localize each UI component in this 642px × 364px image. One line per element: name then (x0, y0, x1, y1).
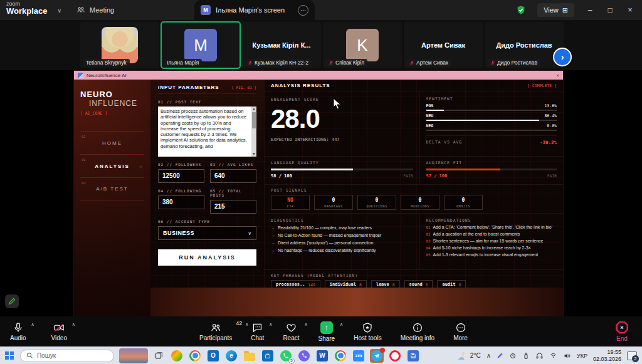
total-posts-field[interactable]: 215 (210, 200, 256, 214)
notification-center-button[interactable]: 2 (627, 351, 637, 360)
mic-off-icon (409, 60, 414, 66)
opera-app-icon[interactable] (388, 349, 402, 363)
chrome-app-icon[interactable] (188, 349, 202, 363)
followers-field[interactable]: 12500 (158, 169, 204, 183)
widgets-button[interactable] (119, 348, 148, 363)
status-badge: [ COMPLETE ] (527, 83, 557, 88)
share-chevron[interactable]: ∧ (340, 322, 343, 327)
wifi-icon[interactable] (549, 352, 557, 359)
clock[interactable]: 19:55 02.03.2026 (593, 349, 621, 363)
video-options-chevron[interactable]: ∧ (72, 322, 75, 327)
tray-expand-chevron[interactable]: ∧ (487, 352, 491, 359)
results-panel-title: ANALYSIS RESULTS (271, 83, 330, 88)
heart-icon (285, 322, 297, 333)
minimize-button[interactable]: – (586, 6, 594, 14)
telegram-app-icon[interactable] (370, 349, 384, 363)
save-app-icon[interactable] (406, 349, 420, 363)
chrome-2-app-icon[interactable] (334, 349, 347, 363)
app-titlebar[interactable]: NeuroInfluence AI × (74, 71, 563, 80)
chat-button[interactable]: Chat ∧ (251, 316, 264, 346)
figure-tag: [ FIG. 01 ] (231, 85, 256, 90)
following-field[interactable]: 380 (158, 195, 204, 209)
video-button[interactable]: Video ∧ (51, 316, 67, 346)
language-indicator[interactable]: УКР (577, 353, 587, 359)
avg-likes-field[interactable]: 640 (210, 169, 256, 183)
diagnostics-header: DIAGNOSTICS (271, 218, 413, 222)
post-text-input[interactable]: Business process automation based on art… (158, 107, 256, 157)
close-button[interactable]: × (626, 6, 634, 14)
task-view-icon[interactable] (154, 351, 164, 360)
participant-label: Кузьмак Кіріл КН-22-2 (255, 60, 308, 66)
following-label: 04 // FOLLOWING (158, 189, 204, 193)
react-button[interactable]: React ∧ (283, 316, 299, 346)
end-button[interactable]: × End (616, 316, 628, 346)
pen-tray-icon[interactable] (497, 352, 503, 359)
file-explorer-app-icon[interactable] (243, 349, 256, 363)
participant-label: Співак Кіріл (335, 60, 364, 66)
zoom-brand[interactable]: zoom Workplace ∨ (6, 1, 61, 16)
tab-meeting-label: Meeting (90, 6, 114, 14)
more-icon (455, 322, 466, 333)
audio-options-chevron[interactable]: ∧ (31, 322, 34, 327)
nav-item-analysis[interactable]: 02 ANALYSIS → (80, 154, 144, 177)
participant-tile-ilyana[interactable]: M Ільяна Марія (161, 22, 240, 68)
chat-chevron[interactable]: ∧ (269, 322, 272, 327)
account-type-select[interactable]: BUSINESS ∨ (158, 226, 256, 240)
participant-tile-dydo[interactable]: Дидо Ростислав Дидо Ростислав (485, 22, 564, 68)
participant-tile-kuzmak[interactable]: Кузьмак Кіріл К... Кузьмак Кіріл КН-22-2 (242, 22, 321, 68)
zoom-titlebar: zoom Workplace ∨ Meeting M Ільяна Марія'… (0, 0, 642, 20)
nav-label: A/B TEST (80, 186, 144, 192)
participant-tile-spivak[interactable]: K Співак Кіріл (323, 22, 402, 68)
whatsapp-app-icon[interactable]: 5 (279, 349, 293, 363)
react-chevron[interactable]: ∧ (304, 322, 307, 327)
zoom-app-icon[interactable]: zm (352, 349, 366, 363)
start-button[interactable] (0, 351, 19, 360)
audio-button[interactable]: Audio ∧ (10, 316, 26, 346)
share-button[interactable]: ↑ Share ∧ (318, 316, 335, 346)
next-participants-button[interactable]: › (553, 48, 572, 66)
store-app-icon[interactable] (261, 349, 275, 363)
run-analysis-button[interactable]: RUN ANALYSIS (158, 249, 256, 266)
recommendation-item: 03Shorten sentences — aim for max 15 wor… (426, 239, 557, 243)
word-app-icon[interactable]: W (315, 349, 329, 363)
tab-meeting[interactable]: Meeting (76, 0, 114, 20)
textarea-scrollbar[interactable] (251, 107, 256, 157)
more-button[interactable]: More (453, 316, 468, 346)
viber-app-icon[interactable] (297, 349, 311, 363)
language-quality-bar (271, 169, 413, 170)
mic-icon (13, 322, 24, 333)
participant-tile-tetiana[interactable]: Tetiana Skrypnyk (80, 22, 159, 68)
security-shield-icon[interactable] (516, 5, 526, 15)
telegram-badge (380, 348, 385, 353)
nav-item-ab-test[interactable]: 03 A/B TEST (80, 177, 144, 200)
tab-shared-screen-label: Ільяна Марія's screen (216, 6, 293, 14)
sentiment-neu-bar (426, 120, 557, 121)
tab-shared-screen[interactable]: M Ільяна Марія's screen ⋯ (194, 0, 315, 20)
clock-tray-icon[interactable] (509, 352, 517, 360)
maximize-button[interactable]: □ (606, 6, 614, 14)
taskbar-search[interactable]: Пошук (20, 350, 114, 362)
app-close-icon[interactable]: × (556, 73, 559, 78)
key-phrases-header: KEY PHRASES (MODEL ATTENTION) (271, 273, 557, 278)
chevron-down-icon[interactable]: ∨ (58, 8, 62, 14)
annotate-button[interactable] (5, 294, 19, 308)
headset-tray-icon[interactable] (535, 352, 544, 360)
host-tools-label: Host tools (354, 335, 381, 341)
outlook-app-icon[interactable]: O (206, 349, 220, 363)
volume-icon[interactable] (563, 352, 571, 360)
tab-options-icon[interactable]: ⋯ (298, 5, 308, 16)
view-button[interactable]: View ⊞ (537, 3, 574, 17)
participant-tile-artem[interactable]: Артем Сивак Артем Сивак (404, 22, 483, 68)
participant-label: Артем Сивак (416, 60, 448, 66)
video-label: Video (51, 335, 67, 341)
weather-widget[interactable]: ☾☁ 2°C (458, 351, 481, 360)
participants-button[interactable]: Participants 42 ∧ (199, 316, 232, 346)
participants-chevron[interactable]: ∧ (245, 322, 248, 327)
nav-item-home[interactable]: 01 HOME (80, 131, 144, 154)
usb-tray-icon[interactable] (522, 352, 530, 360)
copilot-app-icon[interactable] (170, 349, 184, 363)
host-tools-button[interactable]: Host tools (354, 316, 381, 346)
app-title: NeuroInfluence AI (87, 73, 553, 78)
edge-app-icon[interactable]: e (224, 349, 238, 363)
meeting-info-button[interactable]: Meeting info (401, 316, 434, 346)
